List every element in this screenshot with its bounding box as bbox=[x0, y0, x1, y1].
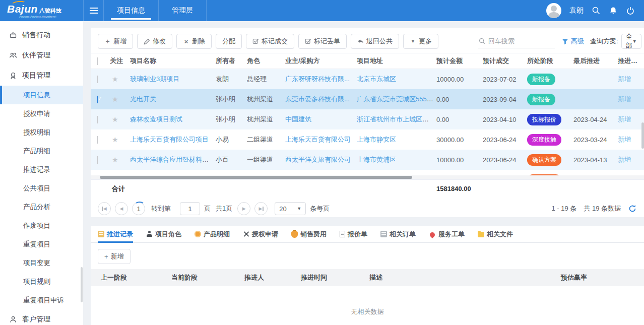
toolbar-button-2[interactable]: 修改 bbox=[137, 34, 172, 49]
push-stage-link[interactable]: 新增 bbox=[618, 95, 631, 103]
goto-page-input[interactable] bbox=[180, 202, 200, 215]
page-size-select[interactable]: 20▼ bbox=[275, 202, 306, 215]
toolbar-button-8[interactable]: ▼更多 bbox=[403, 34, 438, 49]
search-icon[interactable] bbox=[592, 6, 601, 15]
search-input[interactable] bbox=[488, 37, 554, 45]
sidebar-item-8[interactable]: 作废项目 bbox=[0, 216, 83, 235]
sidebar-group-3[interactable]: 项目管理 bbox=[0, 66, 83, 86]
push-stage-link[interactable]: 新增 bbox=[618, 75, 631, 83]
toolbar-button-5[interactable]: 标记成交 bbox=[246, 34, 294, 49]
sidebar: 销售行动伙伴管理项目管理项目信息授权申请授权明细产品明细推进记录公共项目产品分析… bbox=[0, 21, 83, 325]
next-page-button[interactable]: ▶ bbox=[237, 202, 250, 215]
buyer-link[interactable]: 中国建筑 bbox=[285, 115, 311, 123]
toolbar-button-4[interactable]: 分配 bbox=[216, 34, 242, 49]
sidebar-item-3[interactable]: 授权明细 bbox=[0, 123, 83, 142]
sidebar-item-9[interactable]: 重复项目 bbox=[0, 235, 83, 253]
buyer-link[interactable]: 广东呀呀呀科技有限... bbox=[285, 75, 350, 83]
refresh-icon[interactable] bbox=[628, 204, 637, 213]
project-name-cell: 西太平洋综合应用暨材料试... bbox=[130, 155, 216, 164]
address-link[interactable]: 上海市静安区 bbox=[357, 136, 396, 143]
sidebar-group-2[interactable]: 伙伴管理 bbox=[0, 45, 83, 66]
star-icon[interactable]: ★ bbox=[110, 136, 118, 144]
detail-tab-8[interactable]: 服务工单 bbox=[429, 226, 465, 243]
power-icon[interactable] bbox=[626, 6, 635, 15]
total-pages-label: 共1页 bbox=[216, 204, 232, 213]
user-name[interactable]: 袁朗 bbox=[569, 6, 584, 15]
buyer-link[interactable]: 东莞市爱多科技有限... bbox=[285, 95, 350, 103]
star-icon[interactable]: ★ bbox=[110, 115, 118, 123]
toolbar-button-6[interactable]: 标记丢单 bbox=[298, 34, 347, 49]
column-header-4: 角色 bbox=[247, 56, 285, 66]
hamburger-menu-icon[interactable] bbox=[83, 0, 103, 21]
table-header: 关注项目名称所有者角色业主/采购方项目地址预计金额预计成交所处阶段最后推进推进阶… bbox=[91, 53, 644, 69]
detail-tab-4[interactable]: 授权申请 bbox=[243, 226, 278, 243]
toolbar-button-3[interactable]: ×删除 bbox=[176, 34, 212, 49]
partners-icon bbox=[9, 51, 17, 59]
detail-tab-2[interactable]: 项目角色 bbox=[146, 226, 181, 243]
bell-icon[interactable] bbox=[609, 6, 618, 15]
address-link[interactable]: 上海市黄浦区 bbox=[357, 156, 396, 163]
advanced-search-link[interactable]: 高级 bbox=[562, 37, 584, 46]
detail-tab-7[interactable]: 相关订单 bbox=[380, 226, 416, 243]
address-link[interactable]: 浙江省杭州市市上城区杭州... bbox=[357, 115, 436, 123]
top-tab-1[interactable]: 项目信息 bbox=[103, 0, 158, 21]
project-name-link[interactable]: 上海乐天百货有限公司项目 bbox=[130, 136, 209, 143]
sidebar-item-5[interactable]: 推进记录 bbox=[0, 160, 83, 179]
address-link[interactable]: 北京市东城区 bbox=[357, 75, 396, 83]
sidebar-item-10[interactable]: 项目变更 bbox=[0, 253, 83, 272]
sidebar-group-1[interactable]: 销售行动 bbox=[0, 25, 83, 45]
row-checkbox[interactable] bbox=[97, 116, 98, 123]
row-checkbox[interactable] bbox=[97, 96, 98, 103]
row-checkbox[interactable] bbox=[97, 76, 98, 83]
sidebar-item-1[interactable]: 项目信息 bbox=[0, 86, 83, 104]
project-name-link[interactable]: 森林改造项目测试 bbox=[130, 115, 182, 123]
star-icon[interactable]: ★ bbox=[110, 95, 118, 103]
project-name-link[interactable]: 光电开关 bbox=[130, 95, 156, 103]
prev-page-button[interactable]: ◀ bbox=[115, 202, 128, 215]
user-avatar[interactable] bbox=[546, 3, 561, 18]
buyer-link[interactable]: 上海乐天百货有限公司 bbox=[285, 136, 351, 143]
address-link[interactable]: 广东省东莞市莞城区55555 bbox=[357, 95, 434, 103]
project-name-link[interactable]: 玻璃制业3期项目 bbox=[130, 75, 179, 83]
detail-add-button[interactable]: + 新增 bbox=[98, 249, 131, 264]
sidebar-item-6[interactable]: 公共项目 bbox=[0, 179, 83, 198]
detail-tab-5[interactable]: 销售费用 bbox=[291, 226, 327, 243]
sidebar-item-11[interactable]: 项目规则 bbox=[0, 272, 83, 291]
sidebar-item-7[interactable]: 产品分析 bbox=[0, 198, 83, 216]
row-checkbox-cell bbox=[91, 136, 110, 144]
select-all-checkbox[interactable] bbox=[97, 57, 98, 65]
buyer-link[interactable]: 西太平洋文旅有限公司 bbox=[285, 156, 351, 163]
push-stage-link[interactable]: 新增 bbox=[618, 115, 631, 123]
toolbar-button-label: 更多 bbox=[419, 37, 432, 46]
detail-tab-9[interactable]: 相关文件 bbox=[478, 226, 513, 243]
toolbar-button-1[interactable]: +新增 bbox=[98, 34, 133, 49]
sidebar-group-4[interactable]: 客户管理 bbox=[0, 309, 83, 325]
star-icon[interactable]: ★ bbox=[110, 156, 118, 164]
row-checkbox-cell bbox=[91, 116, 110, 123]
vertical-scrollbar[interactable] bbox=[641, 122, 644, 149]
project-name-link[interactable]: 西太平洋综合应用暨材料试... bbox=[130, 156, 214, 163]
detail-tab-1[interactable]: 推进记录 bbox=[98, 226, 133, 243]
push-stage-link[interactable]: 新增 bbox=[618, 136, 631, 143]
last-page-button[interactable]: ▶ bbox=[254, 202, 268, 215]
sidebar-item-4[interactable]: 产品明细 bbox=[0, 142, 83, 160]
detail-panel: 推进记录项目角色产品明细授权申请销售费用报价单相关订单服务工单相关文件 + 新增… bbox=[91, 226, 644, 325]
top-tab-2[interactable]: 管理层 bbox=[158, 0, 207, 21]
sidebar-item-12[interactable]: 重复项目申诉 bbox=[0, 291, 83, 309]
toolbar-button-7[interactable]: 退回公共 bbox=[351, 34, 399, 49]
first-page-button[interactable]: ◀ bbox=[98, 202, 111, 215]
sidebar-scrollbar[interactable] bbox=[81, 267, 83, 302]
column-header-9: 所处阶段 bbox=[527, 56, 573, 66]
query-scheme-select[interactable]: 全部▼ bbox=[621, 34, 641, 49]
sidebar-item-2[interactable]: 授权申请 bbox=[0, 104, 83, 123]
star-icon[interactable]: ★ bbox=[110, 75, 118, 83]
current-page-indicator[interactable]: 1 bbox=[132, 202, 145, 215]
row-checkbox[interactable] bbox=[97, 156, 98, 164]
push-stage-link[interactable]: 新增 bbox=[618, 156, 631, 163]
horizontal-scrollbar[interactable] bbox=[91, 175, 644, 179]
owner-cell: 张小明 bbox=[216, 95, 247, 104]
toolbar-button-label: 分配 bbox=[222, 37, 235, 46]
detail-tab-3[interactable]: 产品明细 bbox=[195, 226, 230, 243]
row-checkbox[interactable] bbox=[97, 136, 98, 144]
detail-tab-6[interactable]: 报价单 bbox=[340, 226, 367, 243]
